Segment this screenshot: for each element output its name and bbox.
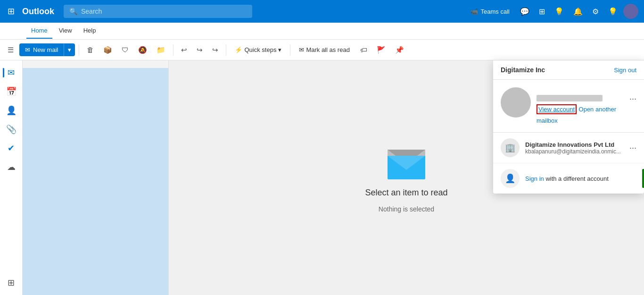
mark-all-as-read-button[interactable]: ✉ Mark all as read	[294, 44, 354, 55]
redo-right-button[interactable]: ↪	[208, 43, 222, 57]
sweep-button[interactable]: 🔕	[134, 43, 151, 57]
tab-view[interactable]: View	[54, 23, 77, 39]
select-item-text: Select an item to read	[365, 188, 447, 198]
flag-button[interactable]: 🚩	[373, 43, 389, 57]
waffle-icon[interactable]: ⊞	[6, 4, 17, 18]
apps-icon-button[interactable]: ⊞	[535, 4, 549, 19]
block-button[interactable]: 🛡	[118, 43, 132, 57]
search-box[interactable]: 🔍	[64, 5, 252, 18]
new-mail-button[interactable]: ✉ New mail ▾	[19, 43, 75, 56]
account-item-email: kbalapanuru@digitamizeindia.onmic...	[525, 148, 624, 155]
tab-help[interactable]: Help	[79, 23, 101, 39]
sidebar-item-mail[interactable]: ✉	[3, 64, 20, 81]
quick-steps-label: Quick steps	[244, 46, 276, 53]
account-dropdown-header: Digitamize Inc Sign out	[493, 60, 644, 80]
sidebar-item-onedrive[interactable]: ☁	[3, 159, 20, 176]
help-icon-button[interactable]: 💡	[551, 4, 568, 19]
account-profile-section: View account Open another mailbox ···	[493, 80, 644, 133]
green-status-bar	[642, 169, 644, 188]
search-icon: 🔍	[69, 8, 77, 15]
main-content: ✉ 📅 👤 📎 ✔ ☁ ⊞ Select a	[0, 60, 644, 295]
sidebar-item-attach[interactable]: 📎	[3, 121, 20, 138]
profile-email-blurred	[537, 95, 603, 101]
account-org-name: Digitamize Inc	[501, 66, 545, 74]
separator-1	[79, 44, 79, 56]
chat-icon-button[interactable]: 💬	[516, 4, 533, 19]
building-icon: 🏢	[505, 143, 515, 153]
account-item-avatar: 🏢	[501, 138, 520, 157]
account-item-digitamize[interactable]: 🏢 Digitamize Innovations Pvt Ltd kbalapa…	[493, 133, 644, 163]
profile-avatar	[501, 87, 531, 118]
account-item-more-button[interactable]: ···	[629, 143, 636, 153]
envelope-icon: ✉	[25, 46, 30, 53]
person-add-icon: 👤	[505, 173, 515, 184]
active-indicator	[3, 68, 4, 77]
account-dropdown: Digitamize Inc Sign out View account Ope…	[493, 60, 644, 194]
envelope-open-icon: ✉	[299, 46, 304, 53]
sign-in-different-account[interactable]: 👤 Sign in with a different account	[493, 163, 644, 194]
mark-all-read-label: Mark all as read	[306, 46, 349, 53]
profile-info: View account Open another mailbox	[537, 87, 624, 125]
new-mail-chevron[interactable]: ▾	[64, 43, 75, 56]
video-icon: 📹	[471, 8, 478, 15]
user-avatar[interactable]	[623, 4, 638, 19]
search-input[interactable]	[81, 8, 247, 15]
sign-in-icon: 👤	[501, 169, 520, 188]
teams-call-label: Teams call	[481, 8, 510, 15]
sign-out-button[interactable]: Sign out	[614, 67, 636, 74]
account-item-name: Digitamize Innovations Pvt Ltd	[525, 141, 624, 148]
new-mail-label: New mail	[33, 46, 58, 53]
ribbon-tabs: Home View Help	[0, 23, 644, 40]
view-account-link[interactable]: View account	[537, 104, 577, 114]
lightning-icon: ⚡	[235, 46, 242, 53]
notifications-icon-button[interactable]: 🔔	[570, 4, 586, 19]
sidebar-icons: ✉ 📅 👤 📎 ✔ ☁ ⊞	[0, 60, 23, 295]
move-to-button[interactable]: 📁	[153, 43, 169, 57]
top-bar: ⊞ Outlook 🔍 📹 Teams call 💬 ⊞ 💡 🔔 ⚙ 💡	[0, 0, 644, 23]
nothing-selected-text: Nothing is selected	[379, 205, 434, 213]
pin-button[interactable]: 📌	[391, 43, 408, 57]
quick-steps-chevron-icon: ▾	[278, 46, 281, 53]
sidebar-item-people[interactable]: 👤	[3, 102, 20, 119]
tags-button[interactable]: 🏷	[356, 43, 371, 57]
redo-left-button[interactable]: ↪	[193, 43, 206, 57]
teams-call-button[interactable]: 📹 Teams call	[466, 6, 514, 17]
sidebar-item-calendar[interactable]: 📅	[3, 83, 20, 100]
sidebar-item-tasks[interactable]: ✔	[3, 140, 20, 157]
sign-in-text: Sign in with a different account	[525, 175, 609, 182]
account-item-info: Digitamize Innovations Pvt Ltd kbalapanu…	[525, 141, 624, 155]
mail-list-selected-item[interactable]	[23, 68, 168, 295]
toolbar: ☰ ✉ New mail ▾ 🗑 📦 🛡 🔕 📁 ↩ ↪ ↪ ⚡ Quick s…	[0, 40, 644, 60]
delete-button[interactable]: 🗑	[83, 43, 98, 57]
archive-button[interactable]: 📦	[99, 43, 116, 57]
separator-3	[226, 44, 226, 56]
undo-button[interactable]: ↩	[177, 43, 191, 57]
lightbulb-icon-button[interactable]: 💡	[604, 4, 621, 19]
mail-list-header	[23, 60, 168, 68]
top-bar-right: 📹 Teams call 💬 ⊞ 💡 🔔 ⚙ 💡	[466, 4, 638, 19]
envelope-illustration	[383, 143, 430, 180]
tab-home[interactable]: Home	[26, 23, 52, 39]
separator-2	[173, 44, 173, 56]
collapse-nav-button[interactable]: ☰	[4, 43, 17, 57]
sidebar-item-apps[interactable]: ⊞	[3, 274, 20, 291]
mail-list-panel	[23, 60, 169, 295]
new-mail-main[interactable]: ✉ New mail	[19, 43, 64, 56]
settings-icon-button[interactable]: ⚙	[588, 4, 603, 19]
separator-4	[290, 44, 290, 56]
profile-more-button[interactable]: ···	[629, 94, 636, 104]
quick-steps-button[interactable]: ⚡ Quick steps ▾	[230, 44, 286, 55]
app-title: Outlook	[22, 7, 54, 17]
